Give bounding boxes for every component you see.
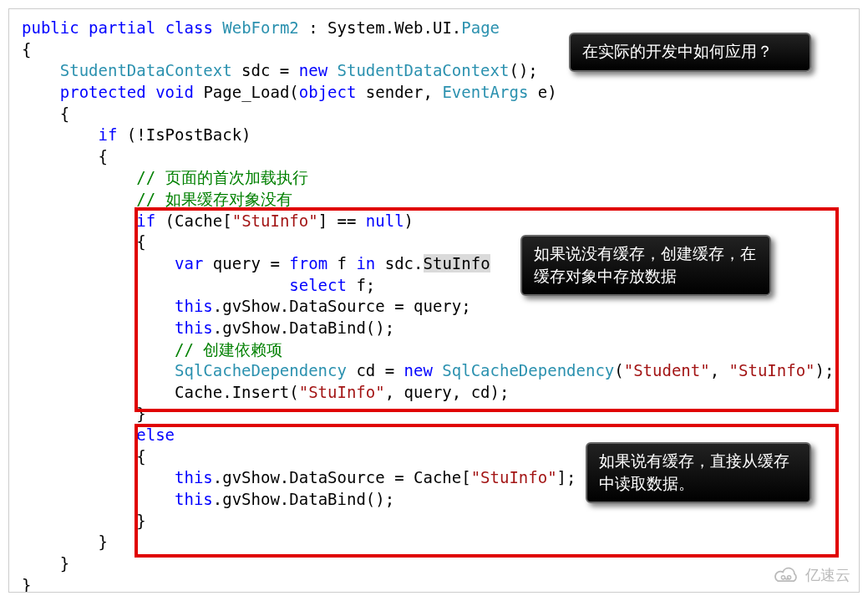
code-block: public partial class WebForm2 : System.W…	[22, 18, 846, 593]
code-screenshot-container: public partial class WebForm2 : System.W…	[8, 8, 860, 593]
callout-question: 在实际的开发中如何应用？	[569, 33, 811, 72]
callout-if-branch: 如果说没有缓存，创建缓存，在缓存对象中存放数据	[520, 235, 771, 296]
callout-else-branch: 如果说有缓存，直接从缓存中读取数据。	[586, 442, 811, 503]
